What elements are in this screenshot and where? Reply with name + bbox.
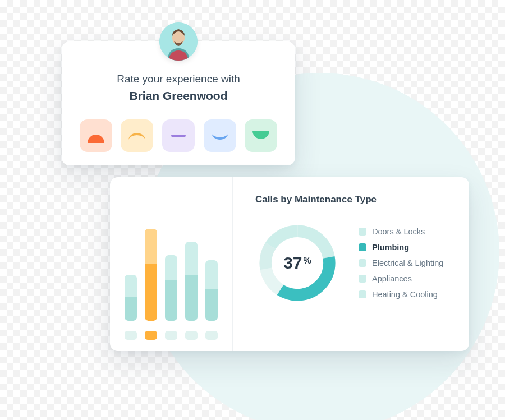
bar-marker bbox=[165, 331, 177, 340]
donut-panel: Calls by Maintenance Type 37 % Doors & L… bbox=[233, 177, 469, 351]
legend: Doors & LocksPlumbingElectrical & Lighti… bbox=[359, 227, 443, 299]
bar-marker bbox=[145, 331, 157, 340]
legend-item[interactable]: Plumbing bbox=[359, 243, 443, 252]
legend-label: Heating & Cooling bbox=[372, 290, 438, 299]
donut-title: Calls by Maintenance Type bbox=[255, 194, 454, 205]
legend-item[interactable]: Doors & Locks bbox=[359, 227, 443, 236]
legend-item[interactable]: Appliances bbox=[359, 274, 443, 283]
legend-swatch bbox=[359, 290, 366, 298]
rating-card: Rate your experience with Brian Greenwoo… bbox=[62, 41, 295, 165]
avatar bbox=[159, 22, 198, 61]
bar-chart bbox=[110, 177, 233, 351]
bar[interactable] bbox=[125, 275, 137, 321]
bar[interactable] bbox=[205, 260, 218, 321]
legend-label: Doors & Locks bbox=[372, 227, 425, 236]
rating-option-good[interactable] bbox=[204, 119, 236, 152]
legend-swatch bbox=[359, 243, 366, 251]
frown-solid-icon bbox=[88, 127, 104, 144]
bar-marker bbox=[205, 331, 218, 340]
bar[interactable] bbox=[165, 255, 177, 321]
bar[interactable] bbox=[185, 242, 198, 321]
legend-swatch bbox=[359, 228, 366, 236]
rating-name: Brian Greenwood bbox=[73, 89, 284, 103]
analytics-card: Calls by Maintenance Type 37 % Doors & L… bbox=[110, 177, 469, 351]
donut-chart: 37 % bbox=[255, 221, 339, 305]
smile-solid-icon bbox=[252, 127, 269, 144]
legend-item[interactable]: Electrical & Lighting bbox=[359, 259, 443, 267]
legend-swatch bbox=[359, 275, 366, 283]
frown-icon bbox=[128, 127, 145, 144]
avatar-icon bbox=[159, 22, 198, 61]
legend-label: Appliances bbox=[372, 274, 412, 283]
legend-label: Plumbing bbox=[372, 243, 409, 252]
bar-marker bbox=[185, 331, 198, 340]
legend-label: Electrical & Lighting bbox=[372, 259, 443, 267]
donut-center-label: 37 % bbox=[255, 221, 339, 305]
rating-option-neutral[interactable] bbox=[162, 119, 195, 152]
smile-icon bbox=[212, 127, 228, 144]
rating-option-great[interactable] bbox=[245, 119, 277, 152]
rating-option-very-bad[interactable] bbox=[80, 119, 112, 152]
legend-item[interactable]: Heating & Cooling bbox=[359, 290, 443, 299]
donut-value: 37 bbox=[283, 253, 302, 273]
neutral-icon bbox=[170, 127, 187, 144]
rating-options bbox=[73, 119, 284, 152]
rating-title: Rate your experience with bbox=[73, 72, 284, 87]
legend-swatch bbox=[359, 259, 366, 267]
bar[interactable] bbox=[145, 229, 157, 321]
donut-unit: % bbox=[304, 256, 311, 266]
bar-marker bbox=[125, 331, 137, 340]
rating-option-bad[interactable] bbox=[121, 119, 153, 152]
